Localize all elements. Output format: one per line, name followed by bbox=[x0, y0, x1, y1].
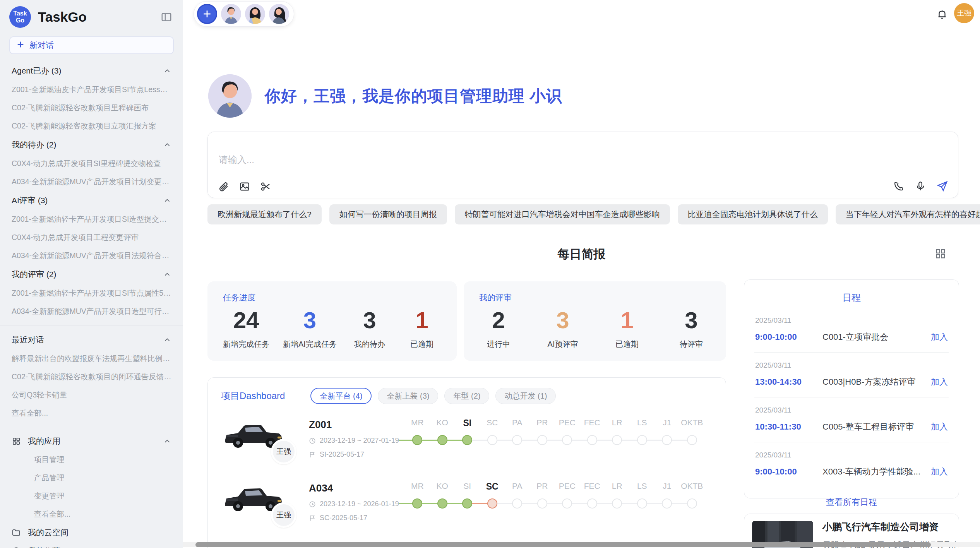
schedule-item: 2025/03/11 13:00-14:30 C003|H0B-方案冻结评审 加… bbox=[754, 353, 949, 397]
milestone: OKTB bbox=[680, 418, 705, 445]
view-all-apps[interactable]: 查看全部... bbox=[0, 505, 183, 523]
schedule-time: 9:00-10:00 bbox=[755, 467, 816, 477]
project-image: 王强 bbox=[221, 417, 285, 453]
schedule-title: 日程 bbox=[754, 291, 949, 304]
milestone: PR bbox=[530, 481, 555, 509]
tab-new-platform[interactable]: 全新平台 (4) bbox=[310, 388, 372, 404]
task-progress-card: 任务进度 24新增完成任务 3新增AI完成任务 3我的待办 1已逾期 bbox=[207, 281, 457, 361]
phone-icon[interactable] bbox=[893, 180, 905, 192]
user-avatar[interactable]: 王强 bbox=[954, 3, 974, 23]
suggestion-chip[interactable]: 如何写一份清晰的项目周报 bbox=[329, 204, 447, 224]
sidebar-collapse-icon[interactable] bbox=[161, 11, 172, 23]
list-item[interactable]: 解释最新出台的欧盟报废车法规再生塑料比例被调至15%... bbox=[0, 349, 183, 368]
sidebar-item-cloud-space[interactable]: 我的云空间 bbox=[0, 523, 183, 542]
apps-grid-icon bbox=[12, 437, 21, 446]
suggestion-chip[interactable]: 当下年轻人对汽车外观有怎样的喜好趋势 bbox=[836, 204, 980, 224]
join-link[interactable]: 加入 bbox=[931, 376, 948, 388]
logo-text-top: Task bbox=[13, 10, 27, 17]
clock-icon bbox=[309, 437, 316, 444]
list-item[interactable]: C0X4-动力总成开发项目工程变更评审 bbox=[0, 228, 183, 247]
list-item[interactable]: 公司Q3轻卡销量 bbox=[0, 386, 183, 404]
app-item-project-mgmt[interactable]: 项目管理 bbox=[0, 450, 183, 469]
project-flag: SC-2025-05-17 bbox=[320, 514, 367, 522]
avatar[interactable] bbox=[245, 4, 265, 24]
schedule-event-title: C005-整车工程目标评审 bbox=[822, 421, 931, 433]
new-chat-button[interactable]: 新对话 bbox=[9, 36, 174, 54]
list-item[interactable]: Z001-全新燃油轻卡产品开发项目SI造型提交物评审 bbox=[0, 210, 183, 228]
new-chat-label: 新对话 bbox=[29, 40, 54, 51]
app-screen: Task Go TaskGo 新对话 Agent已办 (3) Z001-全新燃油… bbox=[0, 0, 980, 548]
join-link[interactable]: 加入 bbox=[931, 421, 948, 433]
list-item[interactable]: A034-全新新能源MUV产品开发项目计划变更表编写 bbox=[0, 173, 183, 191]
horizontal-scrollbar-thumb[interactable] bbox=[195, 542, 931, 547]
section-my-todo[interactable]: 我的待办 (2) bbox=[0, 135, 183, 154]
sidebar-item-my-apps[interactable]: 我的应用 bbox=[0, 432, 183, 450]
list-item[interactable]: C02-飞腾新能源轻客改款项目立项汇报方案 bbox=[0, 117, 183, 135]
schedule-time: 9:00-10:00 bbox=[755, 332, 816, 342]
join-link[interactable]: 加入 bbox=[931, 331, 948, 343]
suggestion-chip[interactable]: 特朗普可能对进口汽车增税会对中国车企造成哪些影响 bbox=[455, 204, 670, 224]
project-dashboard-card: 项目Dashboard 全新平台 (4) 全新上装 (3) 年型 (2) 动总开… bbox=[207, 377, 726, 548]
project-row[interactable]: 王强 Z001 2023-12-19 ~ 2027-01-19 SI-2025-… bbox=[221, 417, 713, 465]
section-recent-chats[interactable]: 最近对话 bbox=[0, 330, 183, 349]
milestone: PA bbox=[505, 418, 530, 445]
image-icon[interactable] bbox=[239, 181, 250, 192]
avatar[interactable] bbox=[269, 4, 289, 24]
milestone: SC bbox=[480, 481, 505, 509]
sidebar-item-label: 我的应用 bbox=[28, 436, 60, 447]
project-dates: 2023-12-19 ~ 2026-01-19 bbox=[320, 500, 399, 508]
list-item[interactable]: Z001-全新燃油轻卡产品开发项目SI节点属性5D文件评审 bbox=[0, 284, 183, 302]
suggestion-chip[interactable]: 欧洲新规最近颁布了什么? bbox=[207, 204, 322, 224]
milestone: J1 bbox=[654, 418, 680, 445]
app-item-change-mgmt[interactable]: 变更管理 bbox=[0, 487, 183, 505]
join-link[interactable]: 加入 bbox=[931, 466, 948, 478]
suggestion-chip[interactable]: 比亚迪全固态电池计划具体说了什么 bbox=[678, 204, 828, 224]
tab-new-body[interactable]: 全新上装 (3) bbox=[378, 388, 438, 404]
stat: 3新增AI完成任务 bbox=[283, 307, 337, 349]
list-item[interactable]: A034-全新新能源MUV产品开发项目造型可行性评审 bbox=[0, 302, 183, 320]
milestone: LS bbox=[630, 418, 655, 445]
milestone: PEC bbox=[555, 418, 580, 445]
stat: 24新增完成任务 bbox=[223, 307, 269, 349]
list-item[interactable]: C02-飞腾新能源轻客改款项目里程碑画布 bbox=[0, 99, 183, 117]
paperclip-icon[interactable] bbox=[218, 181, 230, 192]
chevron-up-icon bbox=[163, 67, 171, 75]
list-item[interactable]: Z001-全新燃油皮卡产品开发项目SI节点Lesson Learn报告 bbox=[0, 80, 183, 99]
list-item[interactable]: A034-全新新能源MUV产品开发项目法规符合性评审 bbox=[0, 247, 183, 265]
milestone: FEC bbox=[580, 418, 605, 445]
section-ai-review[interactable]: AI评审 (3) bbox=[0, 191, 183, 210]
section-agent-done[interactable]: Agent已办 (3) bbox=[0, 61, 183, 80]
view-all-recent[interactable]: 查看全部... bbox=[0, 404, 183, 422]
sidebar: Task Go TaskGo 新对话 Agent已办 (3) Z001-全新燃油… bbox=[0, 0, 183, 548]
scissors-icon[interactable] bbox=[260, 181, 271, 192]
card-title: 任务进度 bbox=[223, 292, 441, 303]
section-my-review[interactable]: 我的评审 (2) bbox=[0, 265, 183, 284]
bell-icon[interactable] bbox=[936, 9, 948, 22]
mic-icon[interactable] bbox=[915, 180, 926, 192]
project-row[interactable]: 王强 A034 2023-12-19 ~ 2026-01-19 SC-2025-… bbox=[221, 481, 713, 529]
sidebar-item-label: 我的云空间 bbox=[28, 527, 69, 538]
milestone: SI bbox=[455, 481, 480, 509]
greeting: 你好，王强，我是你的项目管理助理 小识 bbox=[208, 74, 562, 118]
chevron-up-icon bbox=[163, 336, 171, 344]
chevron-up-icon bbox=[163, 270, 171, 279]
chat-input[interactable] bbox=[219, 154, 838, 165]
my-review-card: 我的评审 2进行中 3AI预评审 1已逾期 3待评审 bbox=[464, 281, 726, 361]
milestone: PA bbox=[505, 481, 530, 509]
section-label: Agent已办 (3) bbox=[12, 65, 61, 76]
avatar[interactable] bbox=[221, 4, 241, 24]
layout-grid-icon[interactable] bbox=[935, 248, 946, 261]
list-item[interactable]: C02-飞腾新能源轻客改款项目的闭环通告反馈情况 bbox=[0, 368, 183, 386]
view-all-schedule-link[interactable]: 查看所有日程 bbox=[754, 487, 949, 517]
section-label: 最近对话 bbox=[12, 334, 44, 345]
sidebar-item-favorites[interactable]: 我的收藏 bbox=[0, 542, 183, 548]
tab-year-model[interactable]: 年型 (2) bbox=[444, 388, 489, 404]
tab-powertrain[interactable]: 动总开发 (1) bbox=[495, 388, 556, 404]
app-item-product-mgmt[interactable]: 产品管理 bbox=[0, 469, 183, 487]
add-agent-button[interactable] bbox=[197, 4, 217, 24]
list-item[interactable]: C0X4-动力总成开发项目SI里程碑提交物检查 bbox=[0, 154, 183, 173]
project-name: Z001 bbox=[309, 419, 405, 431]
daily-briefing-title: 每日简报 bbox=[183, 246, 980, 262]
milestone: PR bbox=[530, 418, 555, 445]
send-icon[interactable] bbox=[936, 180, 949, 192]
